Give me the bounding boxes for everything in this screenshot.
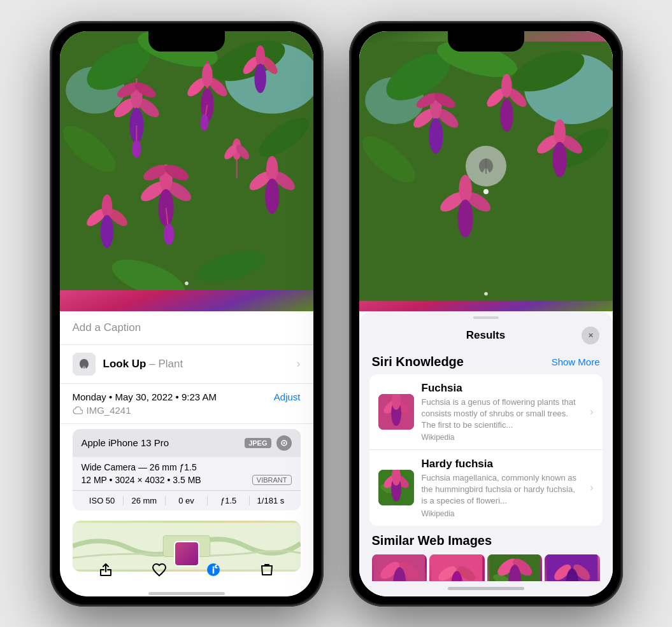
similar-title: Similar Web Images [372,533,600,548]
notch-2 [448,31,524,52]
exif-aperture: ƒ1.5 [208,496,250,505]
favorite-button[interactable] [145,556,173,584]
leaf-icon [78,358,90,370]
svg-point-50 [185,281,189,285]
svg-point-37 [163,223,174,244]
svg-point-80 [457,199,473,237]
toolbar: ✦ [60,556,313,584]
lookup-chevron: › [297,357,301,370]
svg-point-41 [100,215,113,248]
show-more-button[interactable]: Show More [552,356,600,367]
lookup-row[interactable]: Look Up – Plant › [60,345,313,384]
metadata-section: Monday • May 30, 2022 • 9:23 AM Adjust I… [60,384,313,424]
hardy-desc: Fuchsia magellanica, commonly known as t… [422,472,583,507]
photo-image-2 [359,31,613,311]
siri-dot [483,189,489,194]
knowledge-card: Fuchsia Fuchsia is a genus of flowering … [369,374,603,526]
camera-section: Apple iPhone 13 Pro JPEG [73,429,301,511]
svg-point-45 [265,178,279,214]
svg-point-75 [501,74,512,97]
hardy-name: Hardy fuchsia [422,458,583,470]
svg-point-72 [429,118,443,153]
camera-specs: 12 MP • 3024 × 4032 • 3.5 MB VIBRANT [82,475,292,485]
svg-point-85 [484,292,488,295]
photo-image [60,31,313,311]
info-button[interactable]: ✦ [199,556,227,584]
filename: IMG_4241 [87,405,131,416]
exif-row: ISO 50 26 mm 0 ev ƒ1.5 1/181 s [73,490,301,511]
hardy-source: Wikipedia [422,509,583,518]
svg-text:✦: ✦ [215,564,220,570]
sheet-title: Results [466,329,505,342]
svg-point-76 [500,99,513,132]
exif-shutter: 1/181 s [250,496,291,505]
similar-img-2[interactable] [429,554,485,581]
cloud-icon [73,405,83,414]
hardy-info: Hardy fuchsia Fuchsia magellanica, commo… [422,458,583,518]
phone-1: Add a Caption Look Up – Plant [50,21,324,607]
svg-point-44 [266,156,278,182]
svg-point-28 [255,45,265,66]
exif-focal: 26 mm [124,496,166,505]
svg-point-29 [254,63,266,92]
format-badge: JPEG [245,438,271,448]
camera-wide: Wide Camera — 26 mm ƒ1.5 [82,462,292,472]
knowledge-item-fuchsia[interactable]: Fuchsia Fuchsia is a genus of flowering … [369,374,603,451]
similar-grid [372,554,600,581]
svg-point-56 [212,566,214,568]
phone-2: Results × Siri Knowledge Show More [349,21,623,607]
hardy-chevron: › [590,482,593,493]
leaf-siri-icon [475,155,497,177]
results-sheet: Results × Siri Knowledge Show More [359,311,613,581]
siri-knowledge-header: Siri Knowledge Show More [359,352,613,374]
siri-knowledge-title: Siri Knowledge [372,355,464,369]
svg-point-18 [131,140,141,158]
fuchsia-thumbnail [378,394,414,430]
svg-point-83 [554,119,566,145]
camera-settings-icon [276,435,292,451]
fuchsia-name: Fuchsia [422,382,583,395]
camera-name: Apple iPhone 13 Pro [82,437,169,448]
sheet-header: Results × [359,319,613,352]
svg-point-22 [202,63,213,87]
siri-lookup-button[interactable] [466,146,506,187]
lookup-icon-container [73,353,96,376]
share-button[interactable] [92,556,120,584]
exif-iso: ISO 50 [82,496,124,505]
svg-point-84 [552,141,566,177]
home-indicator [148,592,225,595]
fuchsia-chevron: › [590,406,593,418]
svg-point-52 [283,442,285,444]
exif-ev: 0 ev [166,496,208,505]
fuchsia-source: Wikipedia [422,433,583,442]
notch [148,31,225,52]
similar-img-1[interactable] [372,554,427,581]
adjust-button[interactable]: Adjust [274,391,301,402]
lookup-label: Look Up – Plant [103,358,183,370]
caption-placeholder: Add a Caption [73,321,141,334]
caption-area[interactable]: Add a Caption [60,311,313,345]
file-info: IMG_4241 [73,405,301,416]
fuchsia-desc: Fuchsia is a genus of flowering plants t… [422,397,583,432]
svg-point-25 [200,114,208,130]
knowledge-item-hardy[interactable]: Hardy fuchsia Fuchsia magellanica, commo… [369,450,603,526]
fuchsia-info: Fuchsia Fuchsia is a genus of flowering … [422,382,583,442]
photo-date: Monday • May 30, 2022 • 9:23 AM [73,391,217,402]
close-button[interactable]: × [582,327,599,344]
similar-img-4[interactable] [545,554,600,581]
home-indicator-2 [448,587,524,590]
delete-button[interactable] [253,556,281,584]
hardy-thumbnail [378,470,414,505]
vibrant-badge: VIBRANT [252,475,292,485]
similar-section: Similar Web Images [359,531,613,581]
similar-img-3[interactable] [487,554,543,581]
